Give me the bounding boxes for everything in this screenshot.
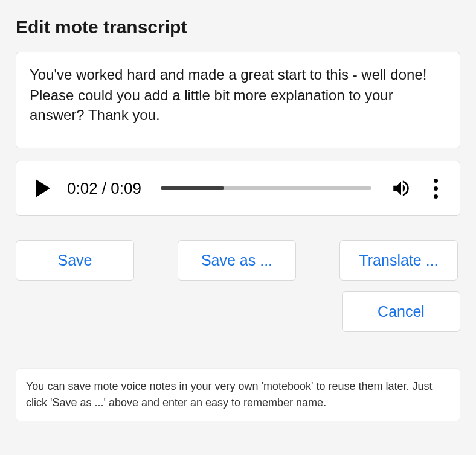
audio-time: 0:02 / 0:09 — [67, 179, 141, 198]
save-button[interactable]: Save — [16, 240, 134, 281]
tip-text: You can save mote voice notes in your ve… — [16, 368, 460, 421]
audio-current-time: 0:02 — [67, 179, 98, 197]
cancel-button[interactable]: Cancel — [342, 291, 460, 332]
more-options-icon[interactable] — [429, 179, 442, 199]
audio-player: 0:02 / 0:09 — [16, 161, 460, 216]
audio-progress-track[interactable] — [161, 186, 371, 190]
audio-progress-fill — [161, 186, 224, 190]
play-icon[interactable] — [36, 179, 50, 197]
transcript-textarea[interactable]: You've worked hard and made a great star… — [16, 52, 460, 148]
translate-button[interactable]: Translate ... — [339, 240, 458, 281]
page-title: Edit mote transcript — [16, 17, 460, 37]
secondary-button-row: Cancel — [16, 291, 460, 332]
save-as-button[interactable]: Save as ... — [178, 240, 296, 281]
action-button-row: Save Save as ... Translate ... — [16, 240, 460, 281]
volume-icon[interactable] — [391, 178, 411, 199]
audio-duration: 0:09 — [111, 179, 141, 197]
